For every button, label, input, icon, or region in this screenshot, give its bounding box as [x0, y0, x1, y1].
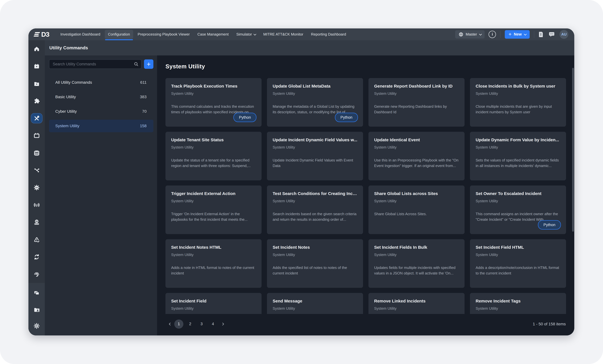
info-button[interactable]: i	[488, 31, 496, 38]
d3-logo-text: D3	[41, 30, 49, 38]
sidebar-item-data-sync[interactable]	[28, 248, 45, 266]
chat-button[interactable]	[549, 31, 555, 37]
nav-item-preprocessing-playbook-viewer[interactable]: Preprocessing Playbook Viewer	[134, 28, 194, 40]
site-selector-button[interactable]: Master	[455, 30, 485, 38]
new-button[interactable]: + New	[505, 30, 530, 39]
command-card[interactable]: Share Global Lists across SitesSystem Ut…	[369, 185, 464, 234]
card-description: Adds the specified list of notes to note…	[273, 265, 357, 276]
sidebar-item-utility-commands[interactable]	[28, 110, 45, 127]
previous-page-button[interactable]	[167, 319, 173, 329]
command-card[interactable]: Trigger Incident External ActionSystem U…	[165, 185, 262, 234]
pagination-summary: 1 - 50 of 158 items	[533, 322, 566, 326]
category-item-system-utility[interactable]: System Utility158	[49, 120, 153, 132]
card-description: Use this in an Preprocessing Playbook wi…	[374, 158, 459, 169]
integrations-icon	[34, 98, 40, 104]
nav-item-label: Simulator	[236, 32, 252, 36]
card-subtitle: System Utility	[171, 306, 256, 311]
page-title: Utility Commands	[49, 45, 88, 50]
category-item-all-utility-commands[interactable]: All Utility Commands611	[49, 76, 153, 89]
card-subtitle: System Utility	[171, 91, 256, 96]
nav-item-label: Investigation Dashboard	[60, 32, 100, 36]
card-description: Trigger 'On Incident External Action' in…	[171, 211, 256, 222]
command-card[interactable]: Send MessageSystem Utility	[267, 293, 363, 314]
nav-item-label: Configuration	[108, 32, 130, 36]
site-selector-label: Master	[466, 32, 477, 36]
utility-commands-icon	[34, 115, 40, 122]
card-subtitle: System Utility	[374, 91, 459, 96]
page-number-2[interactable]: 2	[186, 319, 195, 329]
add-utility-command-button[interactable]: +	[144, 59, 153, 69]
cards-viewport[interactable]: Track Playbook Execution TimesSystem Uti…	[165, 78, 566, 314]
nav-item-mitre-att-ck-monitor[interactable]: MITRE ATT&CK Monitor	[259, 28, 307, 40]
cards-grid: Track Playbook Execution TimesSystem Uti…	[165, 78, 566, 314]
command-card[interactable]: Update Tenant Site StatusSystem UtilityU…	[165, 132, 262, 180]
nav-item-case-management[interactable]: Case Management	[194, 28, 232, 40]
nav-item-simulator[interactable]: Simulator	[232, 28, 259, 40]
command-card[interactable]: Track Playbook Execution TimesSystem Uti…	[165, 78, 262, 127]
page-number-1[interactable]: 1	[174, 319, 183, 329]
nav-item-investigation-dashboard[interactable]: Investigation Dashboard	[57, 28, 104, 40]
sidebar-item-connections[interactable]	[28, 162, 45, 179]
release-notes-button[interactable]	[538, 32, 543, 37]
sidebar-item-board[interactable]	[28, 127, 45, 144]
sidebar-item-case-files[interactable]	[28, 301, 45, 318]
sidebar-item-settings[interactable]	[28, 318, 45, 334]
command-card[interactable]: Update Identical EventSystem UtilityUse …	[369, 132, 464, 180]
globe-icon	[459, 32, 464, 37]
command-card[interactable]: Set Incident Notes HTMLSystem UtilityAdd…	[165, 239, 262, 288]
sidebar-item-playbook-schedule[interactable]	[28, 57, 45, 75]
command-card[interactable]: Set Incident Field HTMLSystem UtilityAdd…	[470, 239, 566, 288]
card-title: Update Dynamic Form Value by Inciden...	[476, 137, 560, 142]
next-page-button[interactable]	[220, 319, 225, 329]
new-button-label: New	[514, 32, 522, 36]
card-subtitle: System Utility	[374, 252, 459, 257]
sidebar-item-data-storage[interactable]	[28, 144, 45, 162]
workspaces-icon	[34, 290, 40, 296]
sidebar-item-event-broadcast[interactable]	[28, 196, 45, 214]
nav-item-reporting-dashboard[interactable]: Reporting Dashboard	[307, 28, 350, 40]
command-card[interactable]: Set Incident Fields In BulkSystem Utilit…	[369, 239, 464, 288]
card-title: Remove Incident Tags	[476, 299, 560, 303]
d3-logo[interactable]: D3	[35, 30, 49, 38]
search-field-wrap	[49, 59, 141, 69]
nav-item-label: Case Management	[197, 32, 229, 36]
command-card[interactable]: Test Search Conditions for Creating Inci…	[267, 185, 363, 234]
command-card[interactable]: Set Owner To Escalated IncidentSystem Ut…	[470, 185, 566, 234]
command-card[interactable]: Update Dynamic Form Value by Inciden...S…	[470, 132, 566, 180]
command-card[interactable]: Update Global List MetaDataSystem Utilit…	[267, 78, 363, 127]
nav-item-configuration[interactable]: Configuration	[104, 28, 134, 40]
nav-item-label: Preprocessing Playbook Viewer	[138, 32, 190, 36]
search-input[interactable]	[49, 59, 141, 69]
card-subtitle: System Utility	[476, 252, 560, 257]
category-item-cyber-utility[interactable]: Cyber Utility70	[49, 105, 153, 118]
page-numbers: 1234	[173, 319, 219, 329]
sidebar-item-fingerprint[interactable]	[28, 266, 45, 283]
card-subtitle: System Utility	[374, 199, 459, 203]
sidebar-item-workspaces[interactable]	[28, 285, 45, 301]
scrollbar-thumb[interactable]	[572, 68, 574, 232]
data-storage-icon	[34, 150, 40, 156]
card-subtitle: System Utility	[476, 91, 560, 96]
category-item-basic-utility[interactable]: Basic Utility383	[49, 91, 153, 103]
sidebar-item-playbook-library[interactable]	[28, 75, 45, 92]
command-card[interactable]: Generate Report Dashboard Link by IDSyst…	[369, 78, 464, 127]
sidebar-item-home[interactable]	[28, 40, 45, 57]
command-card[interactable]: Update Incident Dynamic Field Values w..…	[267, 132, 363, 180]
card-subtitle: System Utility	[171, 252, 256, 257]
command-card[interactable]: Close Incidents in Bulk by System userSy…	[470, 78, 566, 127]
command-card[interactable]: Set Incident FieldSystem Utility	[165, 293, 262, 314]
sidebar-item-incident-edit[interactable]	[28, 231, 45, 248]
sidebar-item-web-services[interactable]	[28, 214, 45, 231]
command-card[interactable]: Set Incident NotesSystem UtilityAdds the…	[267, 239, 363, 288]
page-number-4[interactable]: 4	[209, 319, 218, 329]
sidebar-item-integrations[interactable]	[28, 92, 45, 110]
sidebar-item-api-settings[interactable]: API	[28, 179, 45, 196]
card-title: Set Incident Field HTML	[476, 245, 560, 250]
card-title: Set Incident Fields In Bulk	[374, 245, 459, 250]
user-avatar[interactable]: AU	[559, 30, 568, 39]
command-card[interactable]: Remove Incident TagsSystem Utility	[470, 293, 566, 314]
page-number-3[interactable]: 3	[197, 319, 206, 329]
playbook-schedule-icon	[34, 63, 40, 69]
command-card[interactable]: Remove Linked IncidentsSystem Utility	[369, 293, 464, 314]
d3-logo-mark-icon	[35, 32, 40, 36]
